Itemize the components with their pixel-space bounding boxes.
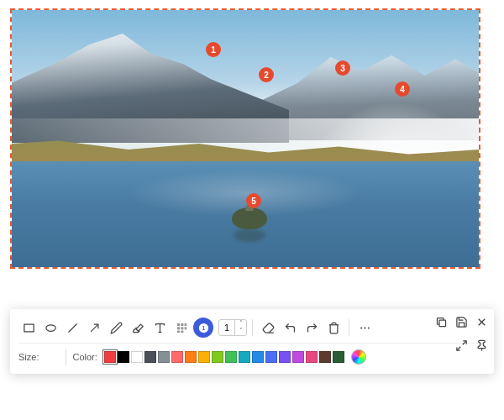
copy-button[interactable] bbox=[432, 312, 450, 331]
counter-value: 1 bbox=[219, 323, 234, 333]
spinner-down[interactable]: ˅ bbox=[235, 328, 246, 335]
annotation-marker[interactable]: 1 bbox=[206, 42, 221, 57]
color-swatch[interactable] bbox=[225, 351, 237, 363]
size-label: Size: bbox=[18, 352, 39, 362]
svg-rect-18 bbox=[181, 330, 183, 333]
eraser-tool[interactable] bbox=[258, 318, 278, 338]
annotation-marker[interactable]: 2 bbox=[259, 67, 274, 82]
svg-line-7 bbox=[68, 323, 76, 332]
save-button[interactable] bbox=[452, 312, 470, 331]
svg-line-4 bbox=[456, 346, 459, 349]
divider bbox=[252, 319, 253, 336]
redo-button[interactable] bbox=[302, 318, 322, 338]
counter-tool[interactable]: 1 bbox=[193, 318, 213, 338]
color-swatch[interactable] bbox=[104, 351, 116, 363]
svg-rect-5 bbox=[24, 324, 33, 332]
color-swatch[interactable] bbox=[144, 351, 156, 363]
undo-button[interactable] bbox=[280, 318, 300, 338]
color-swatch[interactable] bbox=[185, 351, 197, 363]
color-swatch[interactable] bbox=[306, 351, 318, 363]
svg-text:1: 1 bbox=[202, 325, 205, 331]
divider bbox=[349, 319, 349, 336]
captured-image bbox=[12, 10, 479, 267]
svg-point-6 bbox=[45, 324, 55, 331]
fullscreen-button[interactable] bbox=[452, 336, 470, 354]
color-swatch[interactable] bbox=[171, 351, 183, 363]
svg-rect-13 bbox=[184, 323, 186, 325]
svg-rect-12 bbox=[181, 323, 183, 325]
annotation-marker[interactable]: 3 bbox=[335, 60, 350, 76]
svg-rect-14 bbox=[176, 327, 179, 329]
tool-row: 1 1 ˄˅ bbox=[18, 316, 486, 344]
close-button[interactable] bbox=[472, 312, 491, 331]
color-picker-button[interactable] bbox=[351, 349, 366, 365]
svg-point-21 bbox=[360, 327, 362, 328]
color-swatch[interactable] bbox=[198, 351, 210, 363]
color-swatch[interactable] bbox=[212, 351, 223, 363]
color-swatch[interactable] bbox=[292, 351, 304, 363]
svg-rect-15 bbox=[181, 327, 183, 329]
arrow-tool[interactable] bbox=[84, 318, 104, 338]
pin-button[interactable] bbox=[472, 336, 491, 354]
color-swatch[interactable] bbox=[158, 351, 170, 363]
pencil-tool[interactable] bbox=[106, 318, 126, 338]
color-swatch[interactable] bbox=[319, 351, 331, 363]
annotation-marker[interactable]: 5 bbox=[246, 193, 261, 208]
svg-point-22 bbox=[364, 327, 365, 328]
svg-rect-0 bbox=[439, 320, 446, 327]
svg-rect-17 bbox=[176, 330, 179, 333]
selection-canvas[interactable]: 12345 bbox=[10, 8, 480, 269]
delete-button[interactable] bbox=[323, 318, 344, 338]
rectangle-tool[interactable] bbox=[18, 318, 39, 338]
svg-line-3 bbox=[462, 340, 465, 344]
line-tool[interactable] bbox=[62, 318, 82, 338]
divider bbox=[66, 349, 66, 365]
counter-spinner[interactable]: 1 ˄˅ bbox=[218, 319, 247, 336]
color-swatch[interactable] bbox=[333, 351, 344, 363]
more-button[interactable] bbox=[354, 318, 375, 338]
highlighter-tool[interactable] bbox=[128, 318, 148, 338]
svg-point-23 bbox=[368, 327, 370, 328]
style-row: Size: Color: bbox=[18, 344, 486, 365]
color-swatch[interactable] bbox=[131, 351, 143, 363]
color-swatch[interactable] bbox=[118, 351, 129, 363]
color-swatch[interactable] bbox=[239, 351, 250, 363]
mosaic-tool[interactable] bbox=[171, 318, 192, 338]
spinner-up[interactable]: ˄ bbox=[235, 320, 246, 328]
annotation-toolbar: 1 1 ˄˅ Size: Color: bbox=[10, 309, 494, 374]
text-tool[interactable] bbox=[150, 318, 170, 338]
ellipse-tool[interactable] bbox=[40, 318, 60, 338]
color-label: Color: bbox=[72, 352, 97, 362]
svg-rect-11 bbox=[176, 323, 179, 325]
svg-line-8 bbox=[91, 324, 98, 332]
color-swatch[interactable] bbox=[265, 351, 277, 363]
color-swatch[interactable] bbox=[252, 351, 264, 363]
svg-rect-16 bbox=[184, 327, 186, 329]
color-swatch[interactable] bbox=[279, 351, 291, 363]
annotation-marker[interactable]: 4 bbox=[395, 81, 410, 97]
